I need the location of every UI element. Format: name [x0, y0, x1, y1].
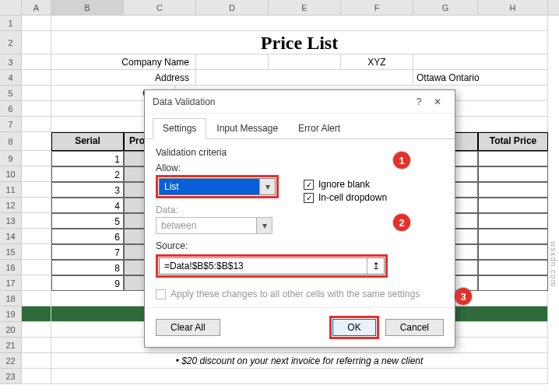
row-5[interactable]: 5 [0, 86, 22, 101]
data-label: Data: [156, 205, 280, 215]
col-H[interactable]: H [478, 0, 548, 15]
cancel-button[interactable]: Cancel [385, 319, 444, 336]
col-D[interactable]: D [196, 0, 269, 15]
row-1[interactable]: 1 [0, 16, 22, 31]
row-23[interactable]: 23 [0, 369, 22, 384]
col-A[interactable]: A [22, 0, 51, 15]
source-input[interactable] [160, 258, 367, 274]
col-G[interactable]: G [413, 0, 478, 15]
chevron-down-icon: ▾ [256, 218, 272, 233]
dialog-title: Data Validation [153, 96, 410, 107]
row-14[interactable]: 14 [0, 229, 22, 244]
row-18[interactable]: 18 [0, 291, 22, 306]
address-value: Ottawa Ontario [413, 70, 548, 86]
tab-settings[interactable]: Settings [153, 118, 206, 139]
data-value: between [156, 220, 256, 231]
row-22[interactable]: 22 [0, 353, 22, 369]
col-E[interactable]: E [269, 0, 341, 15]
watermark: wsxdn.com [549, 241, 557, 287]
tab-error-alert[interactable]: Error Alert [288, 118, 350, 138]
row-16[interactable]: 16 [0, 260, 22, 275]
cell-serial[interactable]: 1 [51, 151, 124, 166]
callout-3: 3 [455, 288, 472, 305]
ignore-blank-checkbox[interactable]: ✓Ignore blank [304, 179, 387, 190]
row-6[interactable]: 6 [0, 101, 22, 117]
allow-value: List [160, 181, 259, 192]
source-input-wrap: ↥ [159, 257, 385, 275]
company-value: XYZ [341, 54, 413, 70]
select-all-corner[interactable] [0, 0, 22, 15]
page-title: Price List [51, 31, 548, 54]
row-13[interactable]: 13 [0, 213, 22, 229]
callout-1: 1 [393, 152, 410, 169]
row-12[interactable]: 12 [0, 198, 22, 213]
row-19[interactable]: 19 [0, 306, 22, 322]
row-3[interactable]: 3 [0, 54, 22, 70]
row-7[interactable]: 7 [0, 117, 22, 132]
row-8[interactable]: 8 [0, 132, 22, 151]
row-17[interactable]: 17 [0, 275, 22, 291]
row-10[interactable]: 10 [0, 166, 22, 182]
close-icon[interactable]: ✕ [428, 96, 447, 107]
col-F[interactable]: F [341, 0, 413, 15]
apply-all-checkbox: Apply these changes to all other cells w… [156, 289, 444, 299]
help-icon[interactable]: ? [410, 96, 428, 107]
allow-label: Allow: [156, 163, 280, 173]
range-picker-icon[interactable]: ↥ [367, 258, 384, 274]
row-15[interactable]: 15 [0, 244, 22, 260]
ok-button[interactable]: OK [332, 319, 375, 336]
hdr-total: Total Price [478, 132, 548, 151]
address-label: Address [51, 70, 196, 86]
data-combo: between ▾ [156, 217, 272, 234]
callout-2: 2 [393, 214, 410, 231]
allow-combo[interactable]: List ▾ [159, 178, 276, 195]
company-label: Company Name [51, 54, 196, 70]
row-20[interactable]: 20 [0, 322, 22, 338]
row-21[interactable]: 21 [0, 338, 22, 353]
row-11[interactable]: 11 [0, 182, 22, 198]
clear-all-button[interactable]: Clear All [156, 319, 220, 336]
chevron-down-icon[interactable]: ▾ [259, 179, 275, 194]
note-2: • $20 discount on your next invoice for … [51, 353, 548, 369]
tab-input-message[interactable]: Input Message [206, 118, 288, 138]
row-2[interactable]: 2 [0, 31, 22, 54]
source-label: Source: [156, 240, 280, 251]
row-9[interactable]: 9 [0, 151, 22, 166]
incell-dropdown-checkbox[interactable]: ✓In-cell dropdown [304, 192, 387, 203]
row-4[interactable]: 4 [0, 70, 22, 86]
hdr-serial: Serial [51, 132, 124, 151]
col-C[interactable]: C [124, 0, 196, 15]
col-B[interactable]: B [51, 0, 124, 15]
